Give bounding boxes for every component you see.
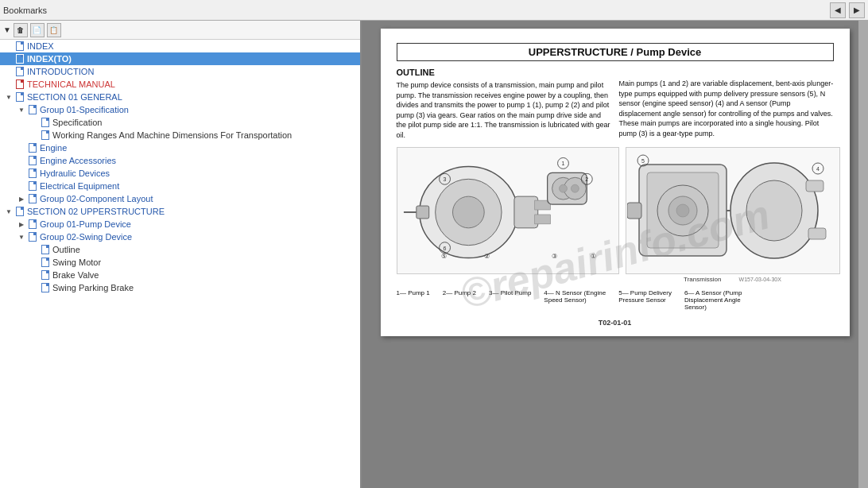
- document-viewer: ©repairinfo.com UPPERSTRUCTURE / Pump De…: [362, 21, 868, 488]
- svg-text:2: 2: [585, 176, 588, 182]
- expand-icon-swmotor: [29, 257, 40, 268]
- tree-item-index[interactable]: INDEX: [0, 40, 360, 52]
- tree-item-technical-manual[interactable]: TECHNICAL MANUAL: [0, 78, 360, 91]
- expand-icon: [3, 41, 14, 52]
- outline-section: OUTLINE The pump device consists of a tr…: [397, 68, 834, 141]
- outline-text-left: The pump device consists of a transmissi…: [397, 80, 611, 141]
- item-label-spec: Specification: [52, 118, 102, 127]
- expand-icon-g02comp[interactable]: [16, 193, 27, 204]
- tree-item-working-ranges[interactable]: Working Ranges And Machine Dimensions Fo…: [0, 129, 360, 141]
- page-icon-hyd: [27, 168, 38, 179]
- item-label-engacc: Engine Accessories: [40, 156, 116, 165]
- tree-item-group02-comp[interactable]: Group 02-Component Layout: [0, 192, 360, 205]
- item-label-tech: TECHNICAL MANUAL: [27, 79, 115, 89]
- page-icon-spbrake: [40, 282, 51, 293]
- document-page: UPPERSTRUCTURE / Pump Device OUTLINE The…: [381, 29, 850, 336]
- diagram-transmission-label: Transmission W157-03-04-30X: [626, 276, 840, 283]
- import-button[interactable]: 📋: [47, 23, 61, 37]
- tree-item-group01-pump[interactable]: Group 01-Pump Device: [0, 218, 360, 230]
- outline-left: OUTLINE The pump device consists of a tr…: [397, 68, 611, 141]
- item-label-index-to: INDEX(TO): [27, 54, 72, 64]
- pump-right-diagram: 5 4 Transmission W157-03-04-30X: [626, 147, 840, 283]
- expand-icon-sec01[interactable]: [3, 91, 14, 103]
- dropdown-button[interactable]: ▼: [3, 25, 11, 34]
- expand-icon-sec02[interactable]: [3, 206, 14, 217]
- tree-item-specification[interactable]: Specification: [0, 116, 360, 129]
- expand-icon-g01pump[interactable]: [16, 219, 27, 230]
- bookmarks-tree[interactable]: INDEX INDEX(TO) INTRODUCTION: [0, 40, 360, 488]
- svg-rect-34: [808, 228, 826, 239]
- item-label-engine: Engine: [40, 143, 67, 153]
- toolbar-title: Bookmarks: [3, 6, 828, 15]
- document-diagrams: ⑤ ③ ① ② 3 2 1: [397, 147, 834, 327]
- tree-item-outline[interactable]: Outline: [0, 243, 360, 256]
- caption-1: 1— Pump 1: [397, 289, 430, 311]
- item-label-intro: INTRODUCTION: [27, 67, 94, 76]
- svg-rect-3: [513, 196, 537, 228]
- main-area: ▼ 🗑 📄 📋 INDEX INDEX(TO): [0, 21, 868, 488]
- tree-item-engine-acc[interactable]: Engine Accessories: [0, 154, 360, 167]
- item-label-spbrake: Swing Parking Brake: [52, 283, 134, 292]
- expand-icon-bvalve: [29, 269, 40, 281]
- left-panel: ▼ 🗑 📄 📋 INDEX INDEX(TO): [0, 21, 362, 488]
- svg-text:6: 6: [443, 246, 446, 251]
- expand-icon-g01spec[interactable]: [16, 104, 27, 115]
- svg-rect-6: [416, 206, 428, 219]
- right-scrollbar[interactable]: [858, 21, 868, 488]
- tree-item-brake-valve[interactable]: Brake Valve: [0, 269, 360, 281]
- page-icon-bvalve: [40, 269, 51, 281]
- diagram-captions: 1— Pump 1 2— Pump 2 3— Pilot Pump 4— N S…: [397, 288, 834, 312]
- page-icon-index-to: [14, 53, 25, 64]
- svg-text:③: ③: [551, 253, 556, 260]
- tree-item-group02-swing[interactable]: Group 02-Swing Device: [0, 230, 360, 243]
- tree-item-group01-spec[interactable]: Group 01-Specification: [0, 103, 360, 116]
- item-label-elec: Electrical Equipment: [40, 181, 119, 191]
- tree-item-section02[interactable]: SECTION 02 UPPERSTRUCTURE: [0, 205, 360, 218]
- transmission-ref: W157-03-04-30X: [739, 277, 781, 282]
- expand-icon-tech: [3, 79, 14, 90]
- item-label-g02comp: Group 02-Component Layout: [40, 194, 153, 203]
- tree-item-hydraulic[interactable]: Hydraulic Devices: [0, 167, 360, 180]
- item-label-sec01: SECTION 01 GENERAL: [27, 92, 122, 102]
- expand-icon-index-to: [3, 53, 14, 64]
- page-ref: T02-01-01: [397, 319, 834, 327]
- page-title: UPPERSTRUCTURE / Pump Device: [397, 43, 834, 61]
- caption-6: 6— A Sensor (PumpDisplacement AngleSenso…: [684, 289, 742, 311]
- page-icon-g01spec: [27, 104, 38, 115]
- page-icon-tech: [14, 79, 25, 90]
- tree-item-swing-motor[interactable]: Swing Motor: [0, 256, 360, 269]
- svg-point-2: [452, 196, 484, 228]
- page-icon-sec01: [14, 91, 25, 103]
- page-icon-elec: [27, 180, 38, 192]
- tree-item-engine[interactable]: Engine: [0, 141, 360, 154]
- item-label-hyd: Hydraulic Devices: [40, 168, 110, 178]
- page-icon-g02comp: [27, 193, 38, 204]
- delete-button[interactable]: 🗑: [14, 23, 28, 37]
- tree-item-electrical[interactable]: Electrical Equipment: [0, 180, 360, 192]
- next-button[interactable]: ▶: [849, 2, 865, 18]
- item-label-g01spec: Group 01-Specification: [40, 105, 129, 114]
- svg-rect-30: [627, 203, 641, 219]
- pump-svg: ⑤ ③ ① ② 3 2 1: [397, 149, 618, 272]
- expand-icon-outline: [29, 244, 40, 255]
- svg-text:1: 1: [561, 161, 564, 166]
- item-label-index: INDEX: [27, 41, 54, 51]
- main-toolbar: Bookmarks ◀ ▶: [0, 0, 868, 21]
- item-label-outline: Outline: [52, 245, 80, 254]
- toolbar-buttons: ◀ ▶: [828, 2, 865, 18]
- svg-text:4: 4: [816, 166, 820, 172]
- page-icon-sec02: [14, 206, 25, 217]
- tree-item-index-to[interactable]: INDEX(TO): [0, 52, 360, 65]
- tree-item-section01[interactable]: SECTION 01 GENERAL: [0, 91, 360, 103]
- tree-item-swing-parking[interactable]: Swing Parking Brake: [0, 281, 360, 294]
- svg-point-29: [676, 204, 689, 217]
- page-icon-spec: [40, 117, 51, 128]
- tree-item-introduction[interactable]: INTRODUCTION: [0, 65, 360, 78]
- page-icon-wr: [40, 130, 51, 141]
- export-button[interactable]: 📄: [30, 23, 45, 37]
- caption-3: 3— Pilot Pump: [489, 289, 531, 311]
- transmission-svg: 5 4: [627, 149, 838, 272]
- outline-label: OUTLINE: [397, 68, 611, 77]
- expand-icon-g02swing[interactable]: [16, 231, 27, 242]
- prev-button[interactable]: ◀: [830, 2, 846, 18]
